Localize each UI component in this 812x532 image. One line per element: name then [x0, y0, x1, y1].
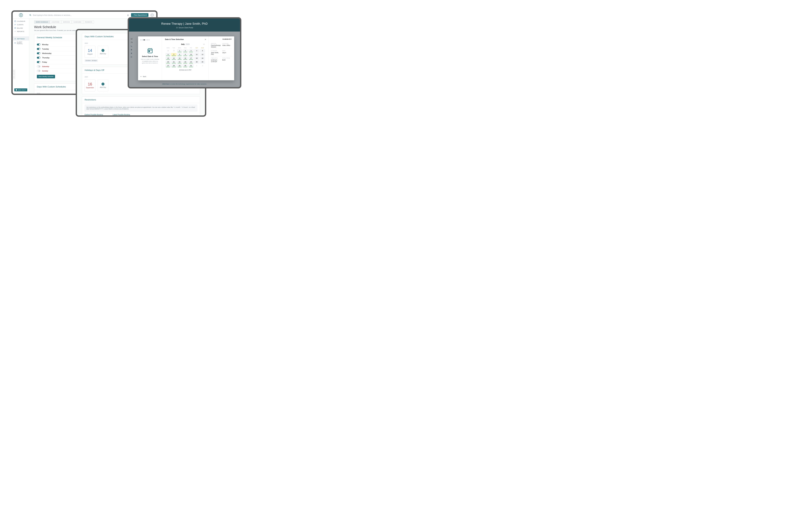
sidebar-item-reports[interactable]: REPORTS	[13, 30, 29, 33]
calendar-day[interactable]: 15	[177, 57, 182, 60]
card-restrictions: Restrictions Set restrictions on the ear…	[82, 96, 200, 117]
next-month-button[interactable]: ›	[204, 43, 204, 45]
location-icon	[131, 49, 132, 51]
tab-services[interactable]: SERVICES	[61, 20, 72, 24]
summary-label: SERVICE	[211, 43, 221, 44]
tech-requirements-link[interactable]: Click here to review the technology requ…	[129, 82, 240, 86]
video-icon	[131, 56, 132, 58]
calendar-day[interactable]: 11	[194, 53, 199, 56]
dow-header: SUN	[200, 47, 205, 49]
shield-icon	[176, 27, 178, 29]
step-indicator	[140, 39, 149, 41]
summary-value: Psychotherapy Session	[211, 44, 221, 48]
summary-value: 12:00 pm - 12:50 pm	[211, 59, 221, 62]
back-button[interactable]: Back	[140, 76, 146, 78]
calendar-day[interactable]: 26	[200, 60, 205, 64]
calendar-day[interactable]: 25	[194, 60, 199, 64]
tab-clinicians[interactable]: CLINICIANS	[72, 20, 83, 24]
calendar-day[interactable]: 20	[165, 60, 171, 64]
calendar-day[interactable]: 1	[177, 49, 182, 53]
calendar-day[interactable]: 7	[171, 53, 176, 56]
sidebar-item-settings[interactable]: SETTINGS	[13, 37, 29, 41]
restrictions-info: Set restrictions on the earliest/latest …	[85, 105, 197, 112]
calendar-day[interactable]: 17	[188, 57, 193, 60]
new-appointment-button[interactable]: + New Appointment	[131, 13, 148, 17]
calendar-grid: MONTUEWEDTHUFRISATSUN 293012345678910111…	[165, 46, 206, 68]
search-placeholder: Start typing to find clients, clinicians…	[33, 14, 72, 16]
calendar-day[interactable]: 27	[165, 64, 171, 68]
calendar-day[interactable]: 29	[177, 64, 182, 68]
add-day-chip[interactable]: + Add Day	[98, 46, 108, 58]
day-toggle[interactable]	[37, 48, 41, 50]
calendar-day: 1	[194, 64, 199, 68]
day-toggle[interactable]	[37, 44, 41, 45]
calendar-day[interactable]: 28	[171, 64, 176, 68]
day-toggle[interactable]	[37, 70, 41, 72]
month-label: August	[87, 53, 92, 55]
calendar-day[interactable]: 6	[165, 53, 171, 56]
latest-booking-field[interactable]: Latest Possible Booking +3 months	[113, 114, 130, 117]
field-value: +3 months	[113, 116, 130, 117]
calendar-day: 2	[200, 64, 205, 68]
day-toggle[interactable]	[37, 61, 41, 63]
add-day-chip[interactable]: + Add Day	[98, 79, 108, 92]
search-input[interactable]: Start typing to find clients, clinicians…	[29, 14, 127, 16]
calendar-panel: Date & Time Selection ✕ July 2020 › MONT…	[162, 37, 208, 80]
svg-rect-21	[149, 51, 149, 52]
topbar-right: + New Appointment	[127, 13, 156, 17]
calendar-day[interactable]: 9	[183, 53, 188, 56]
svg-point-6	[15, 24, 15, 25]
calendar-day[interactable]: 2	[183, 49, 188, 53]
svg-rect-15	[131, 57, 132, 57]
client-portal-window: Renew Therapy | Jane Smith, PhD Secure C…	[128, 17, 241, 88]
sidebar-item-billing[interactable]: BILLING	[13, 26, 29, 30]
calendar-day[interactable]: 19	[200, 57, 205, 60]
sidebar-item-calendar[interactable]: CALENDAR	[13, 19, 29, 23]
calendar-day[interactable]: 12	[200, 53, 205, 56]
calendar-icon	[147, 47, 153, 54]
calendar-day[interactable]: 24	[188, 60, 193, 64]
day-name: Saturday	[42, 66, 49, 68]
arrow-left-icon	[140, 76, 142, 77]
calendar-day[interactable]: 13	[165, 57, 171, 60]
report-bug-tab[interactable]: REPORT BUG	[13, 70, 15, 79]
day-name: Monday	[42, 44, 48, 45]
calendar-day[interactable]: 10	[188, 53, 193, 56]
day-name: Sunday	[42, 70, 48, 72]
need-help-button[interactable]: ?NEED HELP?	[14, 88, 27, 92]
time-range-tag[interactable]: 02:00am - 06:00pm	[85, 59, 98, 62]
custom-day-chip[interactable]: 14 August	[85, 46, 95, 58]
tab-locations[interactable]: LOCATIONS	[50, 20, 61, 24]
calendar-day[interactable]: 3	[188, 49, 193, 53]
field-value: +1 hour	[85, 116, 103, 117]
calendar-day[interactable]: 30	[183, 64, 188, 68]
summary-label: TOTAL PRICE	[222, 58, 232, 59]
calendar-day[interactable]: 31	[188, 64, 193, 68]
sidebar-item-portal[interactable]: CLIENT PORTAL	[13, 41, 29, 45]
portal-subtitle: Secure Client Portal	[129, 27, 240, 29]
calendar-day[interactable]: 23	[183, 60, 188, 64]
holiday-chip[interactable]: 16 September	[85, 79, 95, 92]
earliest-booking-field[interactable]: Earliest Possible Booking +1 hour	[85, 114, 103, 117]
close-button[interactable]: ✕	[205, 38, 206, 41]
bell-icon[interactable]	[127, 14, 129, 16]
calendar-day[interactable]: 4	[194, 49, 199, 53]
save-schedule-button[interactable]: Save Weekly Schedule	[37, 75, 55, 78]
calendar-day[interactable]: 16	[183, 57, 188, 60]
svg-point-3	[152, 14, 153, 15]
day-toggle[interactable]	[37, 57, 41, 59]
calendar-day[interactable]: 5	[200, 49, 205, 53]
tab-work-schedule[interactable]: WORK SCHEDULE	[34, 20, 50, 24]
calendar-day[interactable]: 8	[177, 53, 182, 56]
calendar-day[interactable]: 22	[177, 60, 182, 64]
year-label: 2020	[186, 43, 189, 45]
calendar-day[interactable]: 14	[171, 57, 176, 60]
calendar-day[interactable]: 21	[171, 60, 176, 64]
day-toggle[interactable]	[37, 66, 41, 68]
sidebar-item-clients[interactable]: CLIENTS	[13, 23, 29, 26]
svg-line-2	[31, 15, 31, 16]
tab-payments[interactable]: PAYMENTS	[83, 20, 94, 24]
day-toggle[interactable]	[37, 52, 41, 54]
calendar-day[interactable]: 18	[194, 57, 199, 60]
avatar[interactable]	[150, 13, 154, 17]
